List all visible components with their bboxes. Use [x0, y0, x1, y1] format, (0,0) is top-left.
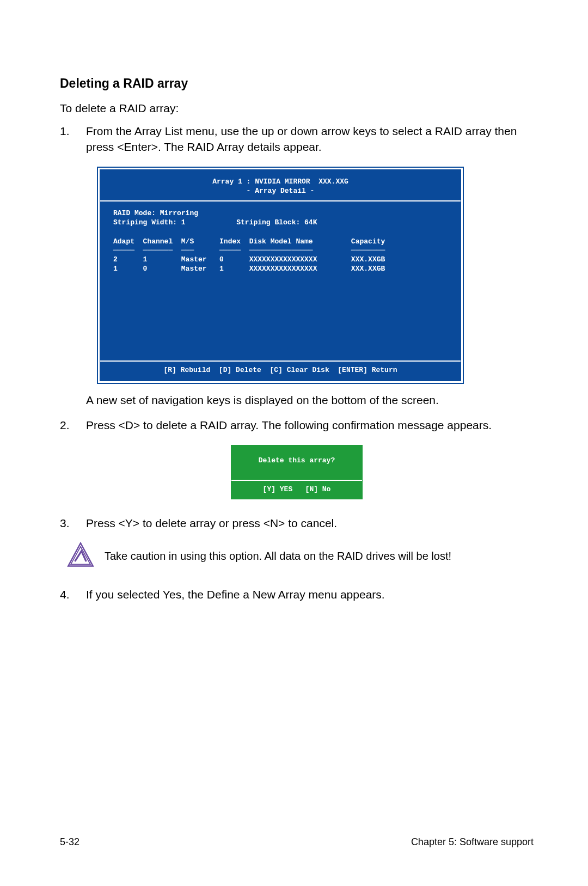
bios-striping-info: Striping Width: 1 Striping Block: 64K	[113, 218, 448, 228]
caution-icon	[66, 541, 95, 572]
bios-nav-keys: [R] Rebuild [D] Delete [C] Clear Disk [E…	[100, 360, 461, 381]
page-number: 5-32	[60, 836, 79, 848]
bios-raid-mode: RAID Mode: Mirroring	[113, 209, 448, 218]
confirm-question: Delete this array?	[231, 445, 362, 480]
table-row: 1 0 Master 1 XXXXXXXXXXXXXXXX XXX.XXGB	[113, 265, 448, 274]
bios-disk-table: Adapt Channel M/S Index Disk Model Name …	[113, 237, 448, 274]
step-2: Press <D> to delete a RAID array. The fo…	[60, 418, 534, 433]
intro-text: To delete a RAID array:	[60, 101, 534, 116]
step-3: Press <Y> to delete array or press <N> t…	[60, 516, 534, 531]
caution-note: Take caution in using this option. All d…	[60, 541, 534, 572]
step-4: If you selected Yes, the Define a New Ar…	[60, 587, 534, 602]
page-footer: 5-32 Chapter 5: Software support	[60, 836, 534, 848]
table-row: 2 1 Master 0 XXXXXXXXXXXXXXXX XXX.XXGB	[113, 255, 448, 265]
confirm-options: [Y] YES [N] No	[231, 480, 362, 499]
step-1-note: A new set of navigation keys is displaye…	[60, 393, 534, 408]
caution-text: Take caution in using this option. All d…	[105, 549, 451, 564]
bios-array-title: Array 1 : NVIDIA MIRROR XXX.XXG	[106, 178, 455, 187]
section-heading: Deleting a RAID array	[60, 76, 534, 91]
bios-array-detail-panel: Array 1 : NVIDIA MIRROR XXX.XXG - Array …	[98, 168, 463, 383]
bios-array-subtitle: - Array Detail -	[106, 187, 455, 196]
chapter-label: Chapter 5: Software support	[411, 836, 534, 848]
step-1: From the Array List menu, use the up or …	[60, 124, 534, 155]
bios-table-hr: ───── ─────── ─── ───── ─────────────── …	[113, 246, 448, 255]
delete-confirm-dialog: Delete this array? [Y] YES [N] No	[231, 445, 363, 499]
bios-table-header: Adapt Channel M/S Index Disk Model Name …	[113, 237, 448, 247]
